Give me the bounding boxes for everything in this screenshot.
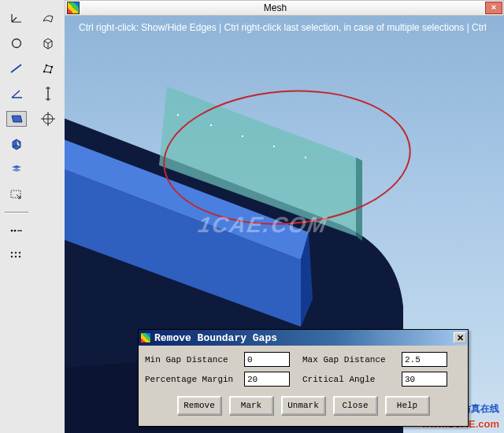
svg-point-8 bbox=[11, 256, 13, 257]
svg-point-0 bbox=[13, 39, 21, 48]
toolbar-left-1 bbox=[2, 4, 32, 264]
max-gap-input[interactable] bbox=[402, 352, 447, 367]
crosshair-icon[interactable] bbox=[38, 111, 58, 127]
svg-line-1 bbox=[11, 65, 21, 72]
pct-margin-input[interactable] bbox=[244, 372, 290, 387]
dialog-app-icon bbox=[140, 332, 151, 343]
close-button[interactable]: Close bbox=[333, 396, 377, 415]
help-button[interactable]: Help bbox=[385, 396, 429, 415]
circle-icon[interactable] bbox=[6, 35, 27, 51]
shell-icon[interactable] bbox=[38, 10, 58, 26]
svg-point-12 bbox=[46, 65, 47, 66]
polygon-icon[interactable] bbox=[38, 61, 58, 76]
svg-rect-26 bbox=[177, 114, 179, 116]
window-close-button[interactable]: × bbox=[485, 2, 502, 14]
svg-point-6 bbox=[15, 252, 17, 254]
min-gap-input[interactable] bbox=[244, 352, 290, 367]
caliper-icon[interactable] bbox=[38, 86, 58, 102]
dialog-remove-boundary-gaps: Remove Boundary Gaps ✕ Min Gap Distance … bbox=[138, 329, 469, 427]
svg-point-13 bbox=[51, 66, 53, 68]
mark-button[interactable]: Mark bbox=[229, 396, 273, 415]
svg-point-3 bbox=[11, 230, 13, 232]
svg-point-4 bbox=[14, 230, 17, 232]
dialog-body: Min Gap Distance Max Gap Distance Percen… bbox=[139, 346, 468, 426]
dots-h-icon[interactable] bbox=[6, 223, 27, 239]
svg-point-11 bbox=[43, 71, 45, 72]
titlebar: Mesh × bbox=[65, 0, 504, 16]
svg-point-7 bbox=[19, 252, 20, 254]
dots-grid-icon[interactable] bbox=[6, 248, 27, 264]
box-icon[interactable] bbox=[38, 35, 58, 51]
angle-icon[interactable] bbox=[6, 86, 27, 102]
line-icon[interactable] bbox=[6, 61, 27, 76]
dialog-close-button[interactable]: ✕ bbox=[454, 332, 466, 343]
watermark-center: 1CAE.COM bbox=[196, 213, 329, 238]
min-gap-label: Min Gap Distance bbox=[145, 355, 241, 365]
axes-icon[interactable] bbox=[6, 10, 27, 26]
unmark-button[interactable]: Unmark bbox=[281, 396, 325, 415]
max-gap-label: Max Gap Distance bbox=[302, 355, 398, 365]
app-icon bbox=[67, 2, 80, 14]
remove-button[interactable]: Remove bbox=[177, 396, 221, 415]
window-title: Mesh bbox=[80, 2, 485, 13]
svg-point-9 bbox=[15, 256, 17, 257]
svg-point-14 bbox=[50, 72, 51, 73]
crit-angle-input[interactable] bbox=[402, 372, 447, 387]
dialog-title-text: Remove Boundary Gaps bbox=[154, 332, 454, 344]
plane-icon[interactable] bbox=[6, 111, 27, 127]
dialog-titlebar[interactable]: Remove Boundary Gaps ✕ bbox=[139, 330, 468, 346]
svg-point-5 bbox=[11, 252, 13, 254]
svg-point-10 bbox=[19, 256, 20, 257]
pct-margin-label: Percentage Margin bbox=[145, 375, 241, 384]
layers-icon[interactable] bbox=[6, 161, 27, 177]
separator bbox=[5, 212, 28, 213]
select-window-icon[interactable] bbox=[6, 187, 27, 202]
toolbar-left-2 bbox=[33, 4, 63, 127]
crit-angle-label: Critical Angle bbox=[302, 375, 398, 384]
cube-icon[interactable] bbox=[6, 136, 27, 152]
